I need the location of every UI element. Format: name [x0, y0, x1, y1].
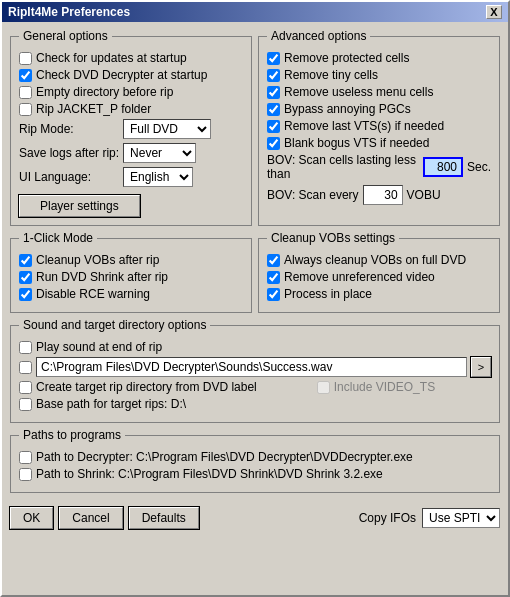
paths-to-programs-group: Paths to programs Path to Decrypter: C:\… [10, 435, 500, 493]
cleanup-vobs-settings-title: Cleanup VOBs settings [267, 231, 399, 245]
ui-language-label: UI Language: [19, 170, 119, 184]
shrink-path-label: Path to Shrink: C:\Program Files\DVD Shr… [36, 467, 383, 481]
paths-to-programs-title: Paths to programs [19, 428, 125, 442]
check-updates-row: Check for updates at startup [19, 51, 243, 65]
blank-bogus-vts-row: Blank bogus VTS if needed [267, 136, 491, 150]
remove-unreferenced-row: Remove unreferenced video [267, 270, 491, 284]
remove-last-vts-checkbox[interactable] [267, 120, 280, 133]
sound-target-title: Sound and target directory options [19, 318, 210, 332]
decrypter-path-checkbox[interactable] [19, 451, 32, 464]
process-in-place-row: Process in place [267, 287, 491, 301]
check-updates-checkbox[interactable] [19, 52, 32, 65]
title-bar: RipIt4Me Preferences X [2, 2, 508, 22]
one-click-mode-title: 1-Click Mode [19, 231, 97, 245]
always-cleanup-checkbox[interactable] [267, 254, 280, 267]
empty-directory-label: Empty directory before rip [36, 85, 173, 99]
include-video-ts-row: Include VIDEO_TS [317, 380, 435, 394]
check-dvd-decrypter-checkbox[interactable] [19, 69, 32, 82]
save-logs-label: Save logs after rip: [19, 146, 119, 160]
create-target-label: Create target rip directory from DVD lab… [36, 380, 257, 394]
remove-unreferenced-label: Remove unreferenced video [284, 270, 435, 284]
bov-every-input[interactable] [363, 185, 403, 205]
run-dvd-shrink-label: Run DVD Shrink after rip [36, 270, 168, 284]
close-button[interactable]: X [486, 5, 502, 19]
include-video-ts-label: Include VIDEO_TS [334, 380, 435, 394]
rip-mode-label: Rip Mode: [19, 122, 119, 136]
base-path-row: Base path for target rips: D:\ [19, 397, 491, 411]
rip-jacket-label: Rip JACKET_P folder [36, 102, 151, 116]
bov-every-label: BOV: Scan every [267, 188, 359, 202]
check-dvd-decrypter-label: Check DVD Decrypter at startup [36, 68, 207, 82]
remove-useless-menu-row: Remove useless menu cells [267, 85, 491, 99]
remove-useless-menu-label: Remove useless menu cells [284, 85, 433, 99]
check-dvd-decrypter-row: Check DVD Decrypter at startup [19, 68, 243, 82]
cleanup-vobs-checkbox[interactable] [19, 254, 32, 267]
copy-ifos-label: Copy IFOs [359, 511, 416, 525]
sound-path-enabled-checkbox[interactable] [19, 361, 32, 374]
disable-rce-label: Disable RCE warning [36, 287, 150, 301]
bov-every-unit: VOBU [407, 188, 441, 202]
ok-button[interactable]: OK [10, 507, 53, 529]
general-options-group: General options Check for updates at sta… [10, 36, 252, 226]
bypass-pgcs-label: Bypass annoying PGCs [284, 102, 411, 116]
shrink-path-checkbox[interactable] [19, 468, 32, 481]
blank-bogus-vts-label: Blank bogus VTS if needed [284, 136, 429, 150]
bov-scan-label: BOV: Scan cells lasting less than [267, 153, 419, 181]
remove-last-vts-label: Remove last VTS(s) if needed [284, 119, 444, 133]
cleanup-vobs-label: Cleanup VOBs after rip [36, 253, 159, 267]
general-options-title: General options [19, 29, 112, 43]
defaults-button[interactable]: Defaults [129, 507, 199, 529]
remove-last-vts-row: Remove last VTS(s) if needed [267, 119, 491, 133]
sound-target-group: Sound and target directory options Play … [10, 325, 500, 423]
create-target-checkbox[interactable] [19, 381, 32, 394]
main-window: RipIt4Me Preferences X General options C… [0, 0, 510, 597]
play-sound-checkbox[interactable] [19, 341, 32, 354]
save-logs-select[interactable]: Never Always On Error [123, 143, 196, 163]
sound-path-input[interactable]: C:\Program Files\DVD Decrypter\Sounds\Su… [36, 357, 467, 377]
bov-scan-input[interactable] [423, 157, 463, 177]
rip-jacket-row: Rip JACKET_P folder [19, 102, 243, 116]
cleanup-vobs-settings-group: Cleanup VOBs settings Always cleanup VOB… [258, 238, 500, 313]
advanced-options-title: Advanced options [267, 29, 370, 43]
play-sound-row: Play sound at end of rip [19, 340, 491, 354]
remove-useless-menu-checkbox[interactable] [267, 86, 280, 99]
run-dvd-shrink-checkbox[interactable] [19, 271, 32, 284]
ui-language-select[interactable]: English French German [123, 167, 193, 187]
remove-protected-checkbox[interactable] [267, 52, 280, 65]
empty-directory-row: Empty directory before rip [19, 85, 243, 99]
player-settings-button[interactable]: Player settings [19, 195, 140, 217]
include-video-ts-checkbox[interactable] [317, 381, 330, 394]
remove-tiny-row: Remove tiny cells [267, 68, 491, 82]
disable-rce-checkbox[interactable] [19, 288, 32, 301]
always-cleanup-row: Always cleanup VOBs on full DVD [267, 253, 491, 267]
shrink-path-row: Path to Shrink: C:\Program Files\DVD Shr… [19, 467, 491, 481]
bov-scan-row: BOV: Scan cells lasting less than Sec. [267, 153, 491, 181]
decrypter-path-row: Path to Decrypter: C:\Program Files\DVD … [19, 450, 491, 464]
check-updates-label: Check for updates at startup [36, 51, 187, 65]
bov-every-row: BOV: Scan every VOBU [267, 185, 491, 205]
remove-tiny-label: Remove tiny cells [284, 68, 378, 82]
browse-sound-button[interactable]: > [471, 357, 491, 377]
remove-unreferenced-checkbox[interactable] [267, 271, 280, 284]
remove-protected-label: Remove protected cells [284, 51, 409, 65]
run-dvd-shrink-row: Run DVD Shrink after rip [19, 270, 243, 284]
ui-language-row: UI Language: English French German [19, 167, 243, 187]
rip-jacket-checkbox[interactable] [19, 103, 32, 116]
empty-directory-checkbox[interactable] [19, 86, 32, 99]
sound-path-row: C:\Program Files\DVD Decrypter\Sounds\Su… [19, 357, 491, 377]
process-in-place-checkbox[interactable] [267, 288, 280, 301]
bov-scan-unit: Sec. [467, 160, 491, 174]
blank-bogus-vts-checkbox[interactable] [267, 137, 280, 150]
cancel-button[interactable]: Cancel [59, 507, 122, 529]
window-title: RipIt4Me Preferences [8, 5, 130, 19]
process-in-place-label: Process in place [284, 287, 372, 301]
base-path-checkbox[interactable] [19, 398, 32, 411]
bypass-pgcs-checkbox[interactable] [267, 103, 280, 116]
rip-mode-row: Rip Mode: Full DVD Main Movie Custom [19, 119, 243, 139]
rip-mode-select[interactable]: Full DVD Main Movie Custom [123, 119, 211, 139]
advanced-options-group: Advanced options Remove protected cells … [258, 36, 500, 226]
bypass-pgcs-row: Bypass annoying PGCs [267, 102, 491, 116]
copy-ifos-select[interactable]: Use SPTI Always Never [422, 508, 500, 528]
remove-tiny-checkbox[interactable] [267, 69, 280, 82]
always-cleanup-label: Always cleanup VOBs on full DVD [284, 253, 466, 267]
